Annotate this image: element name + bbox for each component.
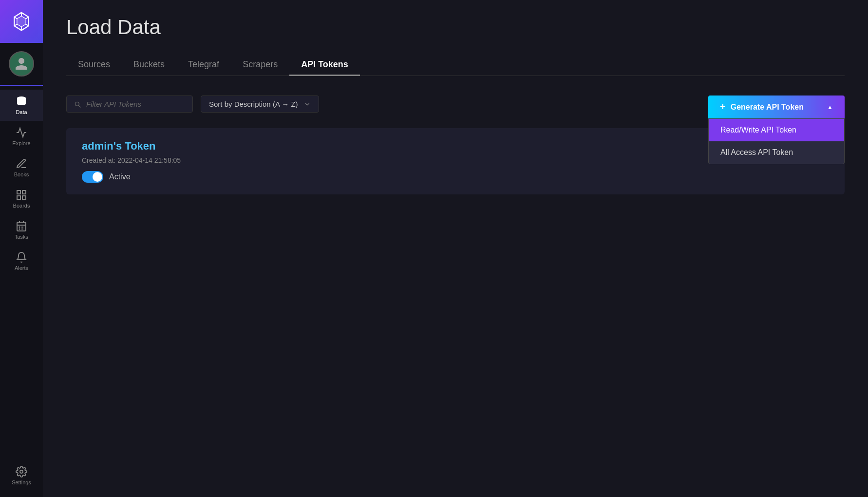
sidebar-item-tasks[interactable]: Tasks bbox=[0, 214, 43, 246]
page-title: Load Data bbox=[66, 16, 845, 39]
read-write-token-option[interactable]: Read/Write API Token bbox=[709, 119, 844, 141]
tab-sources[interactable]: Sources bbox=[66, 55, 122, 76]
token-created-label: Created at: bbox=[82, 156, 117, 164]
token-status-row: Active bbox=[82, 171, 829, 183]
sidebar-item-books[interactable]: Books bbox=[0, 152, 43, 183]
svg-point-21 bbox=[20, 470, 23, 473]
sidebar-item-boards[interactable]: Boards bbox=[0, 183, 43, 214]
tab-api-tokens[interactable]: API Tokens bbox=[289, 55, 360, 76]
tabs-bar: Sources Buckets Telegraf Scrapers API To… bbox=[66, 55, 845, 76]
sidebar-item-books-label: Books bbox=[14, 172, 29, 177]
main-content: Load Data Sources Buckets Telegraf Scrap… bbox=[43, 0, 868, 497]
sidebar-item-data-label: Data bbox=[16, 109, 27, 115]
token-active-toggle[interactable] bbox=[82, 171, 103, 183]
generate-api-token-button[interactable]: + Generate API Token ▲ bbox=[708, 96, 845, 118]
sort-dropdown[interactable]: Sort by Description (A → Z) bbox=[201, 96, 319, 113]
user-avatar[interactable] bbox=[0, 43, 43, 86]
sidebar-bottom: Settings bbox=[0, 460, 43, 497]
token-created-value: 2022-04-14 21:58:05 bbox=[117, 156, 181, 164]
sidebar-item-settings-label: Settings bbox=[12, 479, 31, 485]
sidebar-item-explore[interactable]: Explore bbox=[0, 121, 43, 152]
page-header: Load Data Sources Buckets Telegraf Scrap… bbox=[43, 0, 868, 76]
search-icon bbox=[74, 100, 81, 108]
sidebar-item-settings[interactable]: Settings bbox=[0, 460, 43, 491]
caret-up-icon: ▲ bbox=[827, 104, 833, 111]
sidebar-item-boards-label: Boards bbox=[13, 203, 30, 209]
sort-label: Sort by Description (A → Z) bbox=[209, 100, 298, 108]
app-logo[interactable] bbox=[0, 0, 43, 43]
token-type-dropdown: Read/Write API Token All Access API Toke… bbox=[708, 118, 845, 164]
generate-btn-wrapper: + Generate API Token ▲ Read/Write API To… bbox=[708, 96, 845, 164]
generate-btn-label: Generate API Token bbox=[731, 103, 804, 112]
content-area: Sort by Description (A → Z) + Generate A… bbox=[43, 76, 868, 497]
tab-telegraf[interactable]: Telegraf bbox=[176, 55, 231, 76]
plus-icon: + bbox=[720, 101, 726, 113]
sidebar-nav: Data Explore Books Boards bbox=[0, 86, 43, 460]
sidebar: Data Explore Books Boards bbox=[0, 0, 43, 497]
svg-rect-11 bbox=[22, 196, 26, 199]
tab-scrapers[interactable]: Scrapers bbox=[231, 55, 289, 76]
sidebar-item-data[interactable]: Data bbox=[0, 90, 43, 121]
sidebar-item-alerts[interactable]: Alerts bbox=[0, 246, 43, 277]
svg-rect-9 bbox=[17, 191, 20, 194]
svg-marker-1 bbox=[17, 16, 26, 27]
tab-buckets[interactable]: Buckets bbox=[122, 55, 176, 76]
svg-rect-12 bbox=[17, 196, 20, 199]
svg-rect-10 bbox=[22, 191, 26, 194]
search-input[interactable] bbox=[86, 100, 186, 108]
sidebar-item-alerts-label: Alerts bbox=[15, 265, 28, 271]
token-status-label: Active bbox=[109, 172, 131, 181]
chevron-down-icon bbox=[304, 101, 311, 108]
search-box[interactable] bbox=[66, 96, 193, 113]
all-access-token-option[interactable]: All Access API Token bbox=[709, 141, 844, 164]
sidebar-item-explore-label: Explore bbox=[12, 140, 30, 146]
sidebar-item-tasks-label: Tasks bbox=[15, 234, 28, 240]
